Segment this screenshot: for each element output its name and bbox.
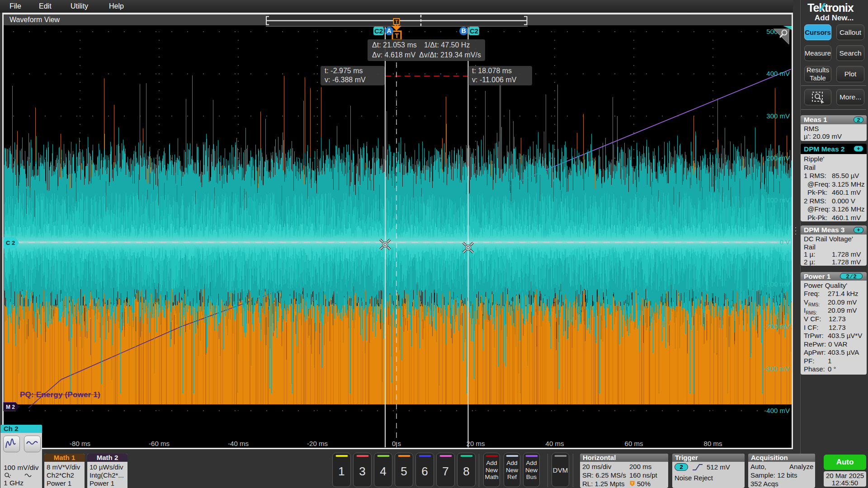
svg-text:200 mV: 200 mV	[766, 154, 790, 162]
svg-text:-40 ms: -40 ms	[228, 440, 249, 447]
svg-text:T: T	[395, 32, 399, 39]
svg-text:40 ms: 40 ms	[546, 440, 564, 447]
svg-text:80 ms: 80 ms	[704, 440, 722, 447]
svg-text:0 V: 0 V	[779, 238, 790, 246]
svg-text:60 ms: 60 ms	[625, 440, 643, 447]
svg-text:400 mV: 400 mV	[766, 70, 790, 77]
svg-text:20 ms: 20 ms	[467, 440, 485, 447]
svg-text:0 s: 0 s	[392, 440, 401, 447]
svg-text:-100 mV: -100 mV	[764, 280, 790, 288]
svg-text:-80 ms: -80 ms	[70, 440, 90, 447]
svg-text:300 mV: 300 mV	[766, 112, 790, 120]
svg-text:-300 mV: -300 mV	[764, 365, 790, 372]
svg-text:T: T	[395, 19, 398, 24]
svg-text:-200 mV: -200 mV	[764, 323, 790, 330]
svg-text:100 mV: 100 mV	[766, 196, 790, 204]
svg-text:-400 mV: -400 mV	[764, 407, 790, 414]
svg-text:T: T	[631, 481, 633, 485]
svg-text:-20 ms: -20 ms	[307, 440, 328, 447]
svg-text:-60 ms: -60 ms	[149, 440, 170, 447]
